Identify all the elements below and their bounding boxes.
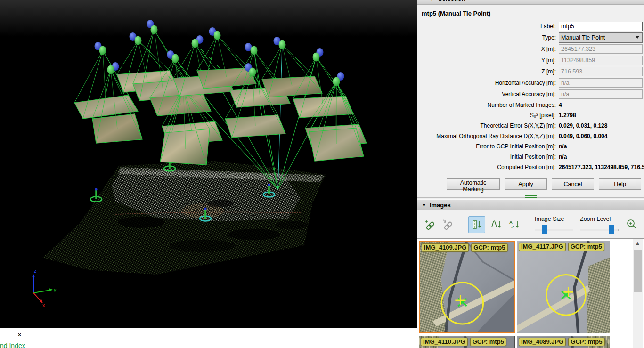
property-label: Number of Marked Images: [417,102,559,108]
images-toolbar: AZImage Size Zoom Level [417,210,644,238]
property-row: Number of Marked Images:4 [417,100,644,110]
panel-splitter[interactable] [417,194,644,199]
property-row: Z [m]: [417,66,644,77]
property-label: Type: [417,34,559,41]
property-row: Type:Manual Tie Point [417,32,644,43]
property-label: X [m]: [417,46,559,52]
toolbar-separator [464,214,464,235]
pix4d-raycloud-window: z y x × nd Index ▼ Selection mtp5 (Manua… [0,0,644,348]
splitter-grip-icon [525,195,537,198]
tie-point-title: mtp5 (Manual Tie Point) [417,5,644,21]
sort-by-size-icon[interactable] [468,216,485,233]
zoom-level-label: Zoom Level [580,216,619,222]
scrollbar-up-icon[interactable]: ▲ [633,239,643,247]
property-label: Label: [417,23,559,30]
images-section-header[interactable]: ▼ Images [417,199,644,210]
property-label: S₀² [pixel]: [417,112,559,119]
collapse-triangle-icon: ▼ [429,0,435,2]
thumbnails-grid: IMG_4109.JPG GCP: mtp5 IMG_4117.JPG GCP:… [419,241,610,348]
remove-mark-icon[interactable] [441,218,455,231]
toolbar-separator [530,214,530,235]
close-icon[interactable]: × [18,332,21,338]
property-value: 4 [559,102,562,108]
property-row: Theoretical Error S(X,Y,Z) [m]:0.029, 0.… [417,121,644,131]
scene-svg[interactable]: z y x [0,0,417,328]
gcp-badge: GCP: mtp5 [471,243,507,252]
image-thumbnail[interactable]: IMG_4089.JPG GCP: mtp5 [517,336,610,348]
slider-track [535,229,573,231]
filename-badge: IMG_4110.JPG [421,338,468,346]
type-dropdown[interactable]: Manual Tie Point [559,32,643,43]
camera-position-sphere [333,77,340,86]
selection-section-header[interactable]: ▼ Selection [417,0,644,5]
filename-badge: IMG_4109.JPG [422,243,469,252]
sort-by-angle-icon[interactable] [490,218,503,231]
thumbnails-scrollbar[interactable]: ▲ [633,239,643,348]
camera-position-sphere [251,46,258,55]
camera-position-sphere [99,46,106,55]
selection-buttons: Automatic MarkingApplyCancelHelp [417,178,641,190]
image-thumbnail[interactable]: IMG_4117.JPG GCP: mtp5 [517,241,610,333]
property-row: S₀² [pixel]:1.2798 [417,110,644,121]
collapse-triangle-icon: ▼ [422,202,426,208]
filename-badge: IMG_4117.JPG [519,243,566,251]
viewport-status-strip: × nd Index [0,328,417,348]
image-thumbnail[interactable]: IMG_4110.JPG GCP: mtp5 [419,336,515,348]
readonly-field [559,78,643,88]
zoom-level-control: Zoom Level [580,216,619,234]
slider-handle[interactable] [542,225,547,234]
point-cloud-scene[interactable]: z y x [0,0,417,328]
slider-handle[interactable] [609,225,614,234]
zoom-level-slider[interactable] [580,225,619,234]
property-row: Vertical Accuracy [m]: [417,89,644,100]
property-label: Theoretical Error S(X,Y,Z) [m]: [417,122,559,129]
svg-text:Z: Z [511,224,514,229]
property-value: 0.029, 0.031, 0.128 [559,122,607,129]
camera-position-sphere [172,54,179,63]
readonly-field [559,67,643,76]
images-header-label: Images [430,202,451,209]
camera-position-sphere [279,40,286,49]
camera-position-sphere [135,36,142,45]
image-thumbnail[interactable]: IMG_4109.JPG GCP: mtp5 [419,241,515,333]
index-label: nd Index [0,342,25,348]
property-row: Computed Position [m]:2645177.323, 11324… [417,162,644,172]
help-button[interactable]: Help [599,178,641,190]
property-row: Horizontal Accuracy [m]: [417,77,644,89]
svg-text:x: x [42,302,45,308]
property-row: Maximal Orthogonal Ray Distance D(X,Y,Z)… [417,131,644,141]
property-label: Vertical Accuracy [m]: [417,91,559,97]
zoom-in-icon[interactable] [625,218,638,231]
camera-position-sphere [214,31,221,40]
apply-button[interactable]: Apply [505,178,547,190]
property-label: Maximal Orthogonal Ray Distance D(X,Y,Z)… [417,133,559,139]
raycloud-3d-view[interactable]: z y x × nd Index [0,0,417,348]
chevron-down-icon [636,36,639,39]
filename-badge: IMG_4089.JPG [519,338,566,346]
property-row: Label: [417,21,644,32]
scrollbar-thumb[interactable] [634,250,642,292]
camera-position-sphere [151,25,158,34]
camera-position-sphere [192,39,199,48]
readonly-field [559,44,643,54]
label-input[interactable] [559,22,643,31]
add-mark-icon[interactable] [424,218,437,231]
property-row: Y [m]: [417,55,644,66]
property-label: Error to GCP Initial Position [m]: [417,143,559,150]
property-label: Horizontal Accuracy [m]: [417,80,559,86]
readonly-field [559,56,643,65]
readonly-field [559,89,643,99]
camera-position-sphere [107,65,114,74]
type-dropdown-value: Manual Tie Point [561,34,605,41]
svg-text:y: y [54,287,57,292]
cancel-button[interactable]: Cancel [552,178,594,190]
property-label: Z [m]: [417,68,559,75]
property-row: Error to GCP Initial Position [m]:n/a [417,141,644,152]
property-value: 1.2798 [559,112,576,119]
sort-alphabetical-icon[interactable]: AZ [508,218,521,231]
image-size-slider[interactable] [535,225,573,234]
camera-position-sphere [313,53,320,62]
automatic-marking-button[interactable]: Automatic Marking [447,178,500,190]
property-value: n/a [559,154,567,160]
camera-position-sphere [249,68,256,77]
